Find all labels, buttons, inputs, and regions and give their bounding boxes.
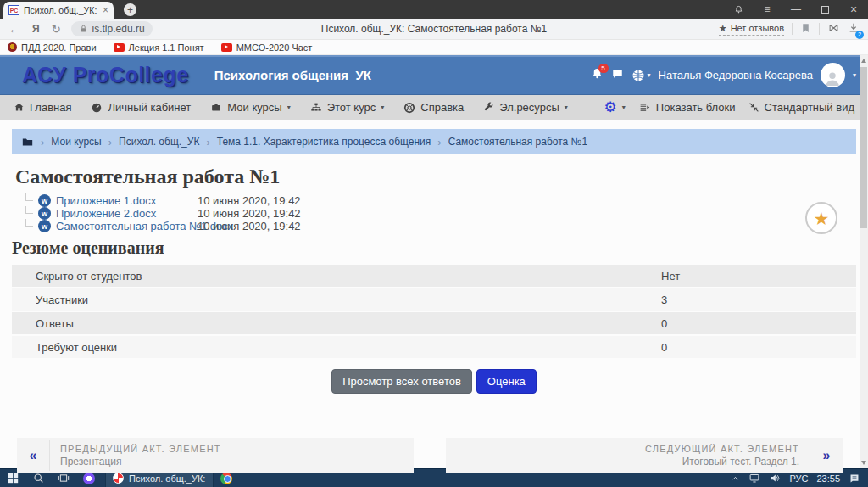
breadcrumb-link[interactable]: Тема 1.1. Характеристика процесса общени… <box>217 136 431 148</box>
nav-label: Эл.ресурсы <box>499 101 559 114</box>
yandex-button[interactable]: Я <box>32 23 40 35</box>
new-tab-button[interactable]: + <box>124 3 136 16</box>
tree-line <box>25 219 33 227</box>
breadcrumb-link[interactable]: Психол. общ._УК <box>119 136 199 148</box>
downloads-badge: 2 <box>855 31 864 39</box>
youtube-icon <box>114 43 125 52</box>
next-chevron-icon: » <box>810 448 843 463</box>
show-blocks-icon <box>638 102 651 113</box>
crumb-separator: › <box>108 136 112 148</box>
admin-gear-button[interactable]: ⚙ ▾ <box>604 100 626 115</box>
url-text: is.tlp.edu.ru <box>92 23 145 35</box>
grading-summary-table: Скрыто от студентов Нет Участники 3 Отве… <box>12 265 856 360</box>
file-row: w Самостоятельная работа №1.docx 10 июня… <box>25 220 868 232</box>
file-link[interactable]: Приложение 2.docx <box>56 207 156 220</box>
browser-menu-icon[interactable]: ≡ <box>753 0 782 19</box>
table-row: Скрыто от студентов Нет <box>12 265 856 288</box>
browser-toolbar: ← Я ↻ is.tlp.edu.ru Психол. общ._УК: Сам… <box>0 19 868 40</box>
emblem-icon <box>8 42 17 52</box>
browser-notifications-icon[interactable] <box>724 0 753 19</box>
bookmark-item[interactable]: ПДД 2020. Прави <box>8 42 97 53</box>
nav-item-this-course[interactable]: Этот курс ▾ <box>310 101 385 114</box>
browser-tab[interactable]: РС Психол. общ._УК: Само × <box>3 2 114 19</box>
language-button[interactable]: ▾ <box>632 69 651 82</box>
address-bar[interactable]: is.tlp.edu.ru <box>71 21 153 36</box>
chevron-down-icon: ▾ <box>622 104 626 111</box>
bookmark-item[interactable]: Лекция 1.1 Понят <box>114 42 204 53</box>
dashboard-icon <box>91 102 103 114</box>
course-title: Психология общения_УК <box>214 68 371 82</box>
nav-label: Справка <box>420 101 464 114</box>
gear-icon: ⚙ <box>604 100 617 115</box>
nav-item-help[interactable]: Справка <box>403 101 464 114</box>
divider <box>792 23 793 35</box>
next-activity-name[interactable]: Итоговый тест. Раздел 1. <box>456 456 799 467</box>
breadcrumb-current: Самостоятельная работа №1 <box>448 136 588 148</box>
activity-pager: « ПРЕДЫДУЩИЙ АКТ. ЭЛЕМЕНТ Презентация СЛ… <box>17 438 843 473</box>
chevron-down-icon: ▾ <box>565 104 568 111</box>
window-close-button[interactable]: × <box>839 0 868 19</box>
reload-icon[interactable]: ↻ <box>52 23 61 36</box>
action-buttons: Просмотр всех ответов Оценка <box>0 369 868 394</box>
back-icon[interactable]: ← <box>8 22 20 36</box>
procollege-logo[interactable]: АСУ ProCollege <box>22 63 189 87</box>
bookmark-flag-icon[interactable] <box>800 22 811 36</box>
plus-icon: + <box>127 5 133 15</box>
collections-icon[interactable] <box>827 22 840 36</box>
next-activity-card[interactable]: СЛЕДУЮЩИЙ АКТ. ЭЛЕМЕНТ Итоговый тест. Ра… <box>446 438 843 473</box>
grade-button[interactable]: Оценка <box>476 369 537 394</box>
document-icon: w <box>38 220 51 232</box>
life-ring-icon <box>403 102 415 114</box>
file-link[interactable]: Приложение 1.docx <box>56 194 156 207</box>
scrollbar[interactable] <box>860 55 868 468</box>
downloads-button[interactable]: 2 <box>848 22 860 36</box>
nav-label: Личный кабинет <box>108 101 191 114</box>
chrome-icon <box>220 473 232 484</box>
scroll-down-icon[interactable] <box>861 461 866 465</box>
nav-item-home[interactable]: Главная <box>14 101 71 114</box>
home-icon <box>14 102 25 113</box>
breadcrumb-link[interactable]: Мои курсы <box>51 136 101 148</box>
show-blocks-button[interactable]: Показать блоки <box>638 101 736 114</box>
file-list: w Приложение 1.docx 10 июня 2020, 19:42 … <box>25 194 868 232</box>
row-value: 0 <box>661 317 667 330</box>
site-nav-bar: Главная Личный кабинет Мои курсы ▾ Этот … <box>0 95 868 120</box>
bookmark-item[interactable]: ММСО-2020 Част <box>221 42 313 53</box>
web-page: АСУ ProCollege Психология общения_УК 5 ▾… <box>0 55 868 468</box>
standard-view-button[interactable]: Стандартный вид <box>748 101 854 114</box>
prev-activity-name[interactable]: Презентация <box>60 456 403 467</box>
notifications-button[interactable]: 5 <box>591 67 604 83</box>
reviews-label: Нет отзывов <box>731 23 784 33</box>
row-value: 0 <box>661 341 667 354</box>
messages-button[interactable] <box>611 68 624 83</box>
tree-line <box>25 206 33 214</box>
scroll-up-icon[interactable] <box>861 59 866 63</box>
nav-item-eresources[interactable]: Эл.ресурсы ▾ <box>483 101 568 114</box>
chevron-down-icon[interactable]: ▾ <box>853 71 856 79</box>
lock-icon <box>79 24 88 34</box>
crumb-separator: › <box>437 136 441 148</box>
toolbar-right: ★ Нет отзывов 2 <box>719 22 868 36</box>
scrollbar-thumb[interactable] <box>860 67 867 228</box>
view-all-submissions-button[interactable]: Просмотр всех ответов <box>331 369 472 394</box>
reviews-button[interactable]: ★ Нет отзывов <box>719 23 784 36</box>
file-date: 10 июня 2020, 19:42 <box>198 194 301 207</box>
document-icon: w <box>38 194 51 207</box>
table-row: Ответы 0 <box>12 312 856 336</box>
youtube-icon <box>221 43 232 52</box>
window-restore-button[interactable] <box>810 0 839 19</box>
previous-activity-card[interactable]: « ПРЕДЫДУЩИЙ АКТ. ЭЛЕМЕНТ Презентация <box>17 438 414 473</box>
nav-item-my-courses[interactable]: Мои курсы ▾ <box>210 101 290 114</box>
user-name: Наталья Федоровна Косарева <box>659 69 813 81</box>
page-body: › Мои курсы › Психол. общ._УК › Тема 1.1… <box>0 129 868 477</box>
tab-title: Психол. общ._УК: Само <box>24 5 98 15</box>
table-row: Участники 3 <box>12 288 856 312</box>
bookmarks-bar: ПДД 2020. Прави Лекция 1.1 Понят ММСО-20… <box>0 40 868 55</box>
address-bar-page-title: Психол. общ._УК: Самостоятельная работа … <box>212 23 656 35</box>
avatar[interactable] <box>821 63 845 87</box>
tab-close-icon[interactable]: × <box>103 4 108 16</box>
table-row: Требуют оценки 0 <box>12 336 856 360</box>
nav-item-dashboard[interactable]: Личный кабинет <box>91 101 191 114</box>
window-minimize-button[interactable]: — <box>782 0 810 19</box>
bookmark-label: ММСО-2020 Част <box>236 42 313 53</box>
